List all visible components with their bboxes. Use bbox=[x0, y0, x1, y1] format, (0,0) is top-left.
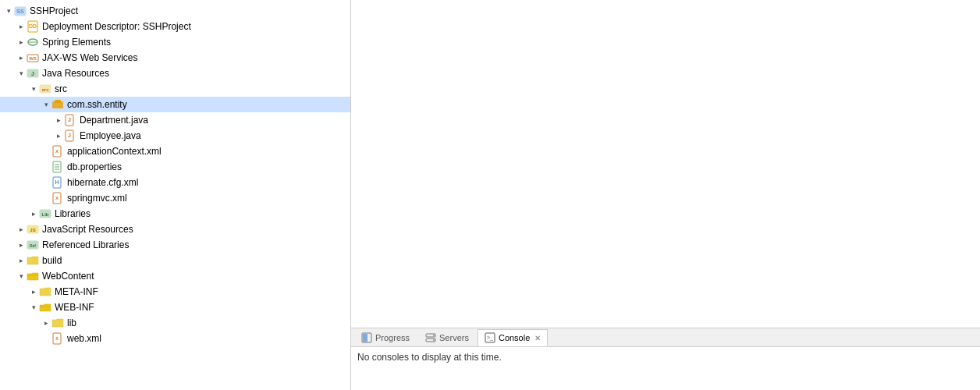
tab-progress[interactable]: Progress bbox=[354, 329, 417, 346]
tab-progress-label: Progress bbox=[375, 333, 410, 342]
tree-item-department[interactable]: J Department.java bbox=[0, 112, 350, 128]
bottom-panel: Progress Servers >_ Console ✕ bbox=[351, 328, 980, 390]
tree-item-springmvc[interactable]: X springmvc.xml bbox=[0, 190, 350, 206]
label-sshproject: SSHProject bbox=[30, 5, 78, 16]
label-spring: Spring Elements bbox=[42, 37, 111, 48]
spring-icon bbox=[27, 36, 39, 48]
project-icon: SS bbox=[14, 5, 27, 17]
java-resources-icon: J bbox=[27, 67, 39, 80]
folder3-icon bbox=[51, 317, 64, 329]
tree-item-webcontent[interactable]: WebContent bbox=[0, 268, 350, 284]
chevron-department bbox=[53, 115, 64, 126]
svg-text:X: X bbox=[55, 149, 59, 154]
folder-open2-icon bbox=[39, 301, 51, 314]
tree-item-sshproject[interactable]: SS SSHProject bbox=[0, 3, 350, 19]
label-src: src bbox=[55, 83, 67, 94]
svg-text:Lib: Lib bbox=[42, 212, 49, 217]
label-webcontent: WebContent bbox=[42, 271, 94, 282]
console-message: No consoles to display at this time. bbox=[357, 352, 502, 363]
tree-item-employee[interactable]: J Employee.java bbox=[0, 128, 350, 144]
label-package: com.ssh.entity bbox=[67, 99, 127, 110]
console-close-icon[interactable]: ✕ bbox=[534, 334, 541, 342]
tree-item-jaxws[interactable]: WS JAX-WS Web Services bbox=[0, 50, 350, 66]
svg-text:SS: SS bbox=[16, 9, 24, 14]
tree-item-web-inf[interactable]: WEB-INF bbox=[0, 300, 350, 315]
svg-point-41 bbox=[433, 339, 435, 341]
svg-text:DD: DD bbox=[29, 23, 37, 29]
libraries-icon: Lib bbox=[39, 207, 51, 220]
tree-item-build[interactable]: build bbox=[0, 253, 350, 268]
label-meta-inf: META-INF bbox=[55, 286, 98, 297]
jaxws-icon: WS bbox=[27, 51, 39, 64]
hibernate-icon: H bbox=[51, 176, 64, 189]
label-lib: lib bbox=[67, 317, 76, 328]
src-icon: src bbox=[39, 83, 51, 95]
svg-text:H: H bbox=[55, 179, 59, 185]
tree-item-src[interactable]: src src bbox=[0, 81, 350, 97]
chevron-libraries bbox=[28, 208, 39, 219]
chevron-build bbox=[16, 255, 27, 266]
chevron-js-resources bbox=[16, 224, 27, 235]
label-ref-libraries: Referenced Libraries bbox=[42, 239, 129, 250]
console-icon: >_ bbox=[485, 332, 495, 343]
label-web-inf: WEB-INF bbox=[55, 302, 94, 313]
folder2-icon bbox=[39, 285, 51, 298]
editor-area bbox=[351, 0, 980, 328]
label-libraries: Libraries bbox=[55, 208, 91, 219]
xml-icon: X bbox=[51, 145, 64, 158]
chevron-jaxws bbox=[16, 52, 27, 63]
label-js-resources: JavaScript Resources bbox=[42, 224, 133, 235]
tree-item-dbprops[interactable]: db.properties bbox=[0, 159, 350, 175]
tree-item-webxml[interactable]: X web.xml bbox=[0, 331, 350, 346]
tree-item-js-resources[interactable]: JS JavaScript Resources bbox=[0, 222, 350, 237]
svg-rect-13 bbox=[55, 100, 61, 103]
chevron-package bbox=[41, 99, 51, 110]
chevron-lib bbox=[41, 317, 51, 328]
label-webxml: web.xml bbox=[67, 333, 101, 344]
tree-item-hibernate[interactable]: H hibernate.cfg.xml bbox=[0, 175, 350, 190]
tab-servers-label: Servers bbox=[439, 333, 469, 342]
svg-text:J: J bbox=[31, 71, 34, 76]
svg-point-40 bbox=[433, 335, 435, 336]
folder-icon bbox=[27, 254, 39, 267]
tree-item-ref-libraries[interactable]: Ref Referenced Libraries bbox=[0, 237, 350, 253]
ref-libraries-icon: Ref bbox=[27, 239, 39, 251]
webxml-icon: X bbox=[51, 332, 64, 345]
chevron-src bbox=[28, 83, 39, 94]
tree-item-spring[interactable]: Spring Elements bbox=[0, 34, 350, 50]
tab-servers[interactable]: Servers bbox=[418, 329, 476, 346]
tree-item-libraries[interactable]: Lib Libraries bbox=[0, 206, 350, 222]
chevron-java-resources bbox=[16, 68, 27, 79]
tab-console[interactable]: >_ Console ✕ bbox=[478, 329, 548, 346]
label-dbprops: db.properties bbox=[67, 161, 122, 172]
tree-item-java-resources[interactable]: J Java Resources bbox=[0, 66, 350, 81]
package-icon bbox=[51, 98, 64, 111]
svg-rect-37 bbox=[363, 334, 368, 342]
svg-text:src: src bbox=[41, 87, 49, 92]
label-java-resources: Java Resources bbox=[42, 68, 109, 79]
js-resources-icon: JS bbox=[27, 223, 39, 236]
svg-text:X: X bbox=[55, 196, 59, 200]
folder-open-icon bbox=[27, 270, 39, 282]
servers-icon bbox=[425, 332, 436, 343]
svg-text:Ref: Ref bbox=[30, 243, 36, 248]
tree-item-lib[interactable]: lib bbox=[0, 315, 350, 331]
svg-text:J: J bbox=[68, 117, 71, 122]
svg-text:JS: JS bbox=[30, 228, 35, 232]
tree-item-meta-inf[interactable]: META-INF bbox=[0, 284, 350, 300]
chevron-sshproject bbox=[3, 5, 14, 16]
tree-item-deployment[interactable]: DD Deployment Descriptor: SSHProject bbox=[0, 19, 350, 34]
project-explorer: SS SSHProject DD Deployment Descriptor: … bbox=[0, 0, 351, 390]
label-springmvc: springmvc.xml bbox=[67, 193, 127, 204]
svg-text:X: X bbox=[55, 336, 59, 341]
tab-bar: Progress Servers >_ Console ✕ bbox=[351, 328, 980, 347]
label-deployment: Deployment Descriptor: SSHProject bbox=[42, 21, 191, 32]
progress-icon bbox=[361, 332, 372, 343]
chevron-webcontent bbox=[16, 271, 27, 282]
label-appcontext: applicationContext.xml bbox=[67, 146, 162, 157]
tree-item-appcontext[interactable]: X applicationContext.xml bbox=[0, 144, 350, 159]
chevron-deployment bbox=[16, 21, 27, 32]
java-file-icon: J bbox=[64, 114, 76, 126]
descriptor-icon: DD bbox=[27, 20, 39, 33]
tree-item-package[interactable]: com.ssh.entity bbox=[0, 97, 350, 112]
